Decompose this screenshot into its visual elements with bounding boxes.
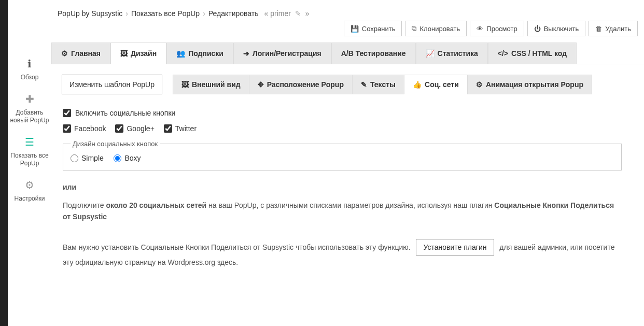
trash-icon: 🗑 [595,25,602,33]
subtab-appearance[interactable]: 🖼 Внешний вид [173,75,249,94]
thumbs-up-icon: 👍 [413,80,422,89]
copy-icon: ⧉ [412,24,416,33]
disable-button[interactable]: ⏻ Выключить [527,21,586,36]
save-icon: 💾 [351,25,359,33]
sidebar-show-all[interactable]: ☰ Показать все PopUp [8,130,51,173]
wp-admin-bar [0,0,8,326]
list-icon: ☰ [25,135,34,149]
gear-icon: ⚙ [25,178,34,192]
social-settings: Включить социальные кнопки Facebook Goog… [62,109,622,270]
delete-button[interactable]: 🗑 Удалить [589,21,638,36]
eye-icon: 👁 [477,25,483,33]
subtab-position[interactable]: ✥ Расположение Popup [249,75,353,94]
toggle-icon: ⏻ [534,25,541,33]
install-plugin-row: Вам нужно установить Социальные Кнопки П… [63,239,622,270]
breadcrumb-sep: › [125,9,128,18]
tab-subscriptions[interactable]: 👥 Подписки [166,42,233,64]
subtab-social[interactable]: 👍 Соц. сети [404,75,468,94]
subtab-animation[interactable]: ⚙ Анимация открытия Popup [467,75,592,94]
move-icon: ✥ [258,80,264,89]
sidebar-add-new[interactable]: ✚ Добавить новый PopUp [8,87,51,130]
subtab-texts[interactable]: ✎ Тексты [352,75,404,94]
google-checkbox[interactable] [115,124,123,133]
enable-social-label: Включить социальные кнопки [75,109,175,117]
dashboard-icon: ⚙ [61,49,68,58]
breadcrumb-title-wrap: « primer ✎ » [264,9,310,18]
tab-login[interactable]: ➜ Логин/Регистрация [233,42,331,64]
info-icon: ℹ [27,57,32,70]
simple-label: Simple [81,154,104,162]
code-icon: </> [498,49,508,58]
tab-statistics[interactable]: 📈 Статистика [416,42,488,64]
main-tabs: ⚙ Главная 🖼 Дизайн 👥 Подписки ➜ Логин/Ре… [51,42,644,64]
or-separator: или [63,183,622,191]
sidebar-label: Добавить новый PopUp [10,109,49,125]
facebook-label: Facebook [74,124,106,133]
boxy-label: Boxy [124,154,141,162]
sidebar-label: Показать все PopUp [10,152,49,168]
preview-button[interactable]: 👁 Просмотр [470,21,524,36]
facebook-checkbox[interactable] [63,124,71,133]
tab-ab-testing[interactable]: A/B Тестирование [331,42,416,64]
image-icon: 🖼 [120,49,128,58]
edit-icon: ✎ [361,80,367,89]
tab-design[interactable]: 🖼 Дизайн [110,42,166,64]
boxy-radio[interactable] [114,154,121,162]
plus-circle-icon: ✚ [25,92,34,106]
tab-code[interactable]: </> CSS / HTML код [488,42,577,64]
enable-social-checkbox[interactable] [63,109,71,117]
main-panel: PopUp by Supsystic › Показать все PopUp … [51,0,644,326]
popup-title: primer [270,9,291,18]
login-icon: ➜ [243,49,249,58]
tab-main[interactable]: ⚙ Главная [51,42,110,64]
twitter-label: Twitter [175,124,197,133]
simple-radio[interactable] [71,154,78,162]
action-buttons: 💾 Сохранить ⧉ Клонировать 👁 Просмотр ⏻ В… [344,21,638,36]
social-design-fieldset: Дизайн социальных кнопок Simple Boxy [63,140,622,171]
breadcrumb-edit: Редактировать [208,9,259,18]
design-subtabs: 🖼 Внешний вид ✥ Расположение Popup ✎ Тек… [173,75,592,94]
breadcrumb-sep: › [203,9,205,18]
gear-icon: ⚙ [476,80,483,89]
change-template-button[interactable]: Изменить шаблон PopUp [62,75,162,94]
sidebar-label: Настройки [15,195,45,203]
sidebar-label: Обзор [21,74,39,82]
plugin-sidebar: ℹ Обзор ✚ Добавить новый PopUp ☰ Показат… [8,0,51,326]
save-button[interactable]: 💾 Сохранить [344,21,402,36]
breadcrumb-root[interactable]: PopUp by Supsystic [58,9,122,18]
pencil-icon[interactable]: ✎ [295,9,301,18]
clone-button[interactable]: ⧉ Клонировать [405,21,467,36]
users-icon: 👥 [176,49,185,58]
install-plugin-button[interactable]: Установите плагин [416,239,495,256]
chart-icon: 📈 [426,49,435,58]
breadcrumb-all[interactable]: Показать все PopUp [131,9,200,18]
sidebar-overview[interactable]: ℹ Обзор [8,52,51,87]
tab-content: Изменить шаблон PopUp 🖼 Внешний вид ✥ Ра… [51,64,644,280]
google-label: Google+ [127,124,154,133]
twitter-checkbox[interactable] [164,124,172,133]
help-text: Подключите около 20 социальных сетей на … [63,200,622,223]
fieldset-legend: Дизайн социальных кнопок [71,140,160,148]
sidebar-settings[interactable]: ⚙ Настройки [8,173,51,208]
image-icon: 🖼 [181,80,189,89]
